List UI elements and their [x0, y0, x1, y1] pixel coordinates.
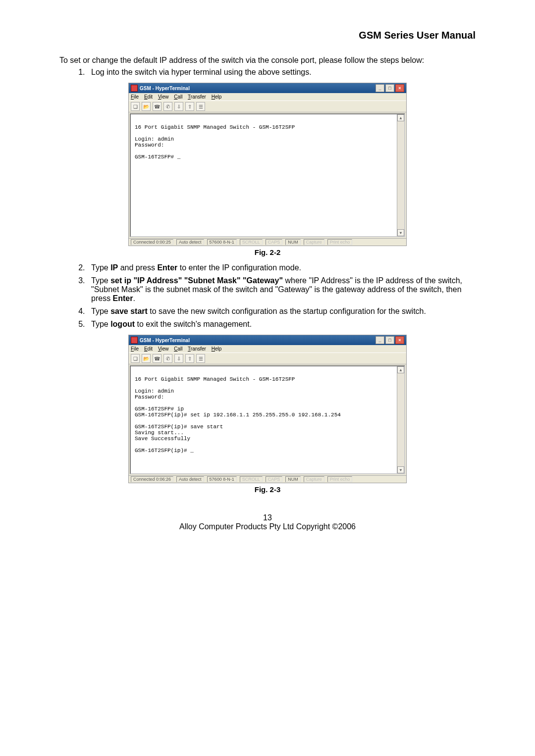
figure-caption-22: Fig. 2-2 [59, 248, 476, 256]
titlebar: GSM - HyperTerminal _ □ × [129, 83, 406, 93]
status-capture: Capture [304, 239, 324, 245]
page-title: GSM Series User Manual [59, 30, 476, 41]
step-4: Type save start to save the new switch c… [87, 307, 476, 316]
send-icon[interactable]: ⇩ [174, 102, 183, 111]
toolbar: ❏ 📂 ☎ ✆ ⇩ ⇧ ☰ [129, 353, 406, 364]
close-button[interactable]: × [395, 336, 404, 344]
hyperterminal-window-2: GSM - HyperTerminal _ □ × File Edit View… [128, 335, 407, 483]
app-icon [131, 85, 138, 92]
step-2: Type IP and press Enter to enter the IP … [87, 263, 476, 272]
copyright: Alloy Computer Products Pty Ltd Copyrigh… [59, 522, 476, 531]
minimize-button[interactable]: _ [375, 84, 384, 92]
menu-view: View [158, 94, 169, 100]
menu-call: Call [174, 346, 182, 352]
status-num: NUM [285, 476, 301, 482]
status-detect: Auto detect [176, 476, 204, 482]
menu-transfer: Transfer [188, 346, 206, 352]
status-port: 57600 8-N-1 [207, 476, 237, 482]
hyperterminal-window-1: GSM - HyperTerminal _ □ × File Edit View… [128, 83, 407, 246]
maximize-button[interactable]: □ [385, 84, 394, 92]
menubar[interactable]: File Edit View Call Transfer Help [129, 345, 406, 353]
status-scroll: SCROLL [240, 476, 263, 482]
terminal-area[interactable]: 16 Port Gigabit SNMP Managed Switch - GS… [130, 365, 405, 474]
open-icon[interactable]: 📂 [142, 354, 151, 363]
minimize-button[interactable]: _ [375, 336, 384, 344]
open-icon[interactable]: 📂 [142, 102, 151, 111]
menu-file: File [131, 94, 139, 100]
status-printecho: Print echo [327, 239, 353, 245]
menu-call: Call [174, 94, 182, 100]
receive-icon[interactable]: ⇧ [185, 354, 194, 363]
connect-icon[interactable]: ☎ [153, 354, 161, 363]
scroll-up-icon: ▲ [397, 366, 404, 373]
scrollbar[interactable]: ▲▼ [397, 366, 404, 473]
disconnect-icon[interactable]: ✆ [163, 102, 172, 111]
menu-transfer: Transfer [188, 94, 206, 100]
status-connected: Connected 0:06:26 [131, 476, 173, 482]
step-1: Log into the switch via hyper terminal u… [87, 68, 476, 77]
receive-icon[interactable]: ⇧ [185, 102, 194, 111]
page-number: 13 [59, 513, 476, 522]
status-caps: CAPS [266, 476, 283, 482]
titlebar: GSM - HyperTerminal _ □ × [129, 335, 406, 345]
status-num: NUM [285, 239, 301, 245]
status-port: 57600 8-N-1 [207, 239, 237, 245]
scroll-up-icon: ▲ [397, 114, 404, 121]
steps-list-2: Type IP and press Enter to enter the IP … [59, 263, 476, 329]
status-caps: CAPS [266, 239, 283, 245]
status-scroll: SCROLL [240, 239, 263, 245]
statusbar: Connected 0:06:26 Auto detect 57600 8-N-… [129, 475, 406, 483]
terminal-text: 16 Port Gigabit SNMP Managed Switch - GS… [135, 124, 295, 160]
maximize-button[interactable]: □ [385, 336, 394, 344]
toolbar: ❏ 📂 ☎ ✆ ⇩ ⇧ ☰ [129, 101, 406, 112]
connect-icon[interactable]: ☎ [153, 102, 161, 111]
disconnect-icon[interactable]: ✆ [163, 354, 172, 363]
status-capture: Capture [304, 476, 324, 482]
window-title: GSM - HyperTerminal [140, 86, 190, 91]
figure-caption-23: Fig. 2-3 [59, 485, 476, 494]
send-icon[interactable]: ⇩ [174, 354, 183, 363]
terminal-area[interactable]: 16 Port Gigabit SNMP Managed Switch - GS… [130, 113, 405, 237]
step-3: Type set ip "IP Address" "Subnet Mask" "… [87, 276, 476, 303]
scroll-down-icon: ▼ [397, 229, 404, 236]
app-icon [131, 337, 138, 344]
step-5: Type logout to exit the switch's managem… [87, 320, 476, 329]
scrollbar[interactable]: ▲▼ [397, 114, 404, 236]
footer: 13 Alloy Computer Products Pty Ltd Copyr… [59, 513, 476, 531]
statusbar: Connected 0:00:25 Auto detect 57600 8-N-… [129, 238, 406, 246]
menu-help: Help [212, 346, 222, 352]
menu-file: File [131, 346, 139, 352]
menu-edit: Edit [144, 94, 153, 100]
menu-view: View [158, 346, 169, 352]
new-icon[interactable]: ❏ [131, 354, 140, 363]
status-printecho: Print echo [327, 476, 353, 482]
scroll-down-icon: ▼ [397, 466, 404, 473]
menu-help: Help [212, 94, 222, 100]
window-title: GSM - HyperTerminal [140, 338, 190, 343]
status-detect: Auto detect [176, 239, 204, 245]
steps-list-1: Log into the switch via hyper terminal u… [59, 68, 476, 77]
menubar[interactable]: File Edit View Call Transfer Help [129, 93, 406, 101]
intro-text: To set or change the default IP address … [59, 56, 476, 65]
new-icon[interactable]: ❏ [131, 102, 140, 111]
properties-icon[interactable]: ☰ [196, 102, 205, 111]
properties-icon[interactable]: ☰ [196, 354, 205, 363]
menu-edit: Edit [144, 346, 153, 352]
terminal-text: 16 Port Gigabit SNMP Managed Switch - GS… [135, 376, 341, 454]
status-connected: Connected 0:00:25 [131, 239, 173, 245]
close-button[interactable]: × [395, 84, 404, 92]
